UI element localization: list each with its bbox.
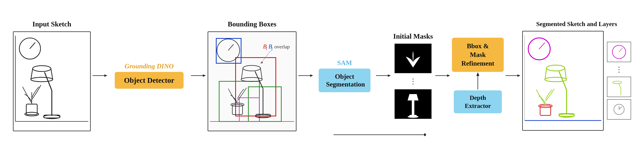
refinement-depth-section: Bbox & MaskRefinement DepthExtractor [452,16,504,135]
svg-point-10 [25,112,39,116]
depth-up-arrow [472,72,483,90]
svg-marker-60 [518,74,520,77]
svg-point-28 [243,65,260,71]
svg-marker-46 [388,74,391,77]
depth-extractor-button[interactable]: DepthExtractor [454,90,502,113]
arrow-1 [92,72,107,79]
layers-column: ⋮ [607,42,631,120]
input-sketch-section: Input Sketch [13,20,91,131]
svg-line-81 [619,107,622,109]
segmented-sketch-box [522,31,604,131]
svg-point-52 [408,116,418,118]
arrow-2 [191,72,206,79]
svg-line-20 [228,44,234,50]
svg-marker-17 [203,74,206,77]
input-sketch-title: Input Sketch [32,20,71,28]
mask-box-2 [394,89,432,119]
pipeline-diagram: Input Sketch [0,0,644,151]
svg-rect-11 [26,104,37,115]
arrow-5 [435,72,450,79]
svg-point-4 [32,66,51,72]
input-sketch-svg [14,32,90,131]
svg-marker-50 [408,94,418,100]
segmented-output: ⋮ [522,31,631,131]
svg-line-41 [261,51,270,63]
sam-label: SAM [337,59,352,67]
svg-line-30 [260,68,262,79]
bounding-boxes-title: Bounding Boxes [228,20,276,28]
input-sketch-box [13,31,91,131]
svg-line-5 [31,69,33,79]
masks-dots: ⋮ [409,77,417,86]
svg-line-76 [619,48,622,52]
svg-marker-44 [310,74,313,77]
svg-line-62 [539,43,545,49]
layers-dots: ⋮ [615,65,623,74]
svg-marker-54 [447,74,450,77]
svg-line-6 [51,69,53,79]
arrow-3 [298,72,313,79]
mask-box-1 [394,44,432,73]
svg-line-1 [30,43,35,49]
initial-masks-title: Initial Masks [393,32,433,40]
svg-text:overlap: overlap [274,44,290,49]
svg-rect-21 [216,38,241,63]
arrow-4 [376,72,391,79]
object-detector-block: Grounding DINO Object Detector [115,62,184,89]
arrow-6 [506,72,520,79]
segmented-title: Segmented Sketch and Layers [536,20,617,27]
bounding-boxes-image: B i B j overlap [208,31,296,131]
sam-block: SAM ObjectSegmentation [319,59,370,92]
grounding-dino-label: Grounding DINO [124,62,174,70]
bounding-boxes-section: Bounding Boxes [208,20,296,131]
svg-marker-42 [260,61,263,63]
svg-marker-15 [104,74,107,77]
object-detector-button[interactable]: Object Detector [115,72,184,89]
svg-point-65 [546,65,565,71]
layer-box-lamp [607,77,631,97]
svg-marker-56 [476,72,479,76]
layer-box-clock [607,42,631,62]
depth-long-arrow [334,129,426,140]
svg-line-66 [545,68,546,79]
masks-column: ⋮ [394,44,432,119]
svg-line-67 [565,68,566,79]
segmented-section: Segmented Sketch and Layers [522,20,631,131]
initial-masks-section: Initial Masks ⋮ [393,32,434,119]
sam-button[interactable]: ObjectSegmentation [319,69,370,92]
svg-line-29 [242,68,243,79]
refinement-button[interactable]: Bbox & MaskRefinement [452,38,504,72]
svg-marker-58 [424,133,426,136]
layer-box-clock-small [607,99,631,120]
svg-text:i: i [266,46,267,51]
svg-rect-49 [412,100,414,115]
svg-point-7 [31,77,53,82]
svg-point-68 [544,77,566,82]
svg-rect-25 [239,98,260,121]
segmented-sketch-svg [523,31,603,130]
svg-point-79 [613,81,622,84]
bounding-boxes-svg: B i B j overlap [208,32,296,131]
